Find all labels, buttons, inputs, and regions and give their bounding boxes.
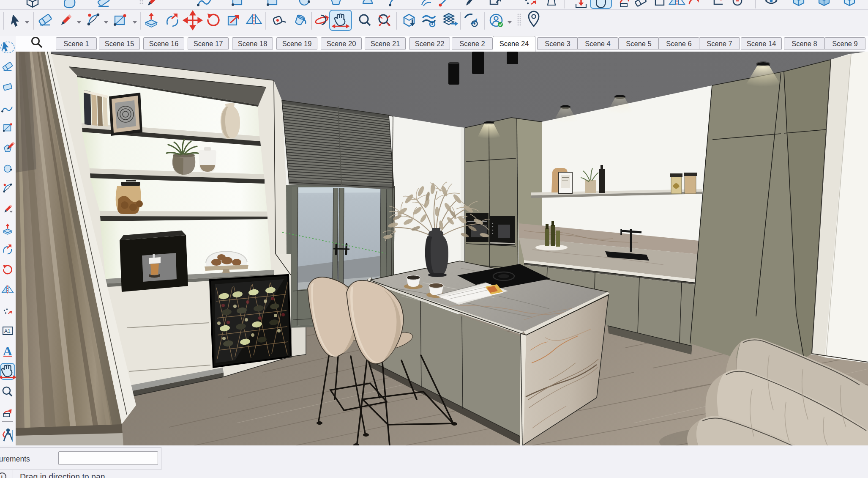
svg-text:i: i	[1, 474, 3, 478]
svg-text:A1: A1	[4, 328, 11, 334]
